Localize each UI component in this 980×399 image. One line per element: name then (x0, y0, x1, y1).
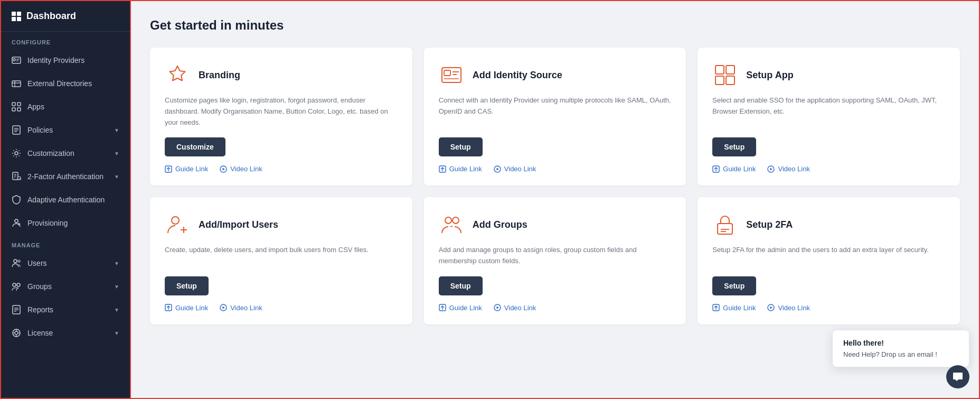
card-header: Branding (165, 62, 398, 88)
license-icon (12, 328, 21, 338)
svg-point-15 (15, 152, 18, 155)
sidebar-title: Dashboard (26, 11, 76, 22)
svg-rect-7 (12, 103, 15, 106)
setup-button[interactable]: Setup (712, 276, 756, 295)
video-link[interactable]: Video Link (220, 165, 262, 173)
setup-button[interactable]: Setup (712, 137, 756, 156)
add-user-icon (165, 212, 190, 237)
policy-icon (12, 125, 21, 135)
svg-point-25 (14, 259, 17, 263)
card-links: Guide Link Video Link (165, 165, 398, 173)
card-desc: Connect with an Identity Provider using … (439, 95, 672, 128)
sidebar-item-identity-providers[interactable]: Identity Providers (1, 49, 130, 72)
setup-button[interactable]: Setup (439, 137, 483, 156)
video-link[interactable]: Video Link (494, 165, 536, 173)
svg-rect-54 (715, 76, 724, 85)
guide-link[interactable]: Guide Link (439, 304, 482, 312)
reports-icon (12, 305, 21, 314)
svg-rect-4 (12, 81, 21, 87)
customize-button[interactable]: Customize (165, 137, 225, 156)
chat-button[interactable] (946, 365, 969, 388)
svg-marker-42 (223, 168, 225, 170)
sidebar-item-groups[interactable]: Groups ▼ (1, 275, 130, 298)
guide-link[interactable]: Guide Link (165, 165, 208, 173)
svg-rect-55 (726, 76, 734, 85)
svg-marker-79 (770, 307, 773, 309)
card-header: Setup 2FA (712, 212, 945, 237)
svg-point-27 (13, 283, 16, 286)
guide-link[interactable]: Guide Link (439, 165, 482, 173)
sidebar-item-label: Users (27, 259, 47, 267)
apps-icon (12, 102, 21, 112)
sidebar-item-provisioning[interactable]: Provisioning (1, 211, 130, 235)
configure-section-label: Configure (1, 32, 130, 49)
video-link[interactable]: Video Link (220, 304, 262, 312)
card-links: Guide Link Video Link (712, 304, 945, 312)
prov-icon (12, 218, 21, 228)
svg-rect-52 (715, 66, 724, 74)
card-desc: Setup 2FA for the admin and the users to… (712, 245, 945, 267)
sidebar-item-customization[interactable]: Customization ▼ (1, 142, 130, 165)
sidebar-item-apps[interactable]: Apps (1, 95, 130, 118)
svg-marker-66 (223, 307, 225, 309)
chat-popup: Hello there! Need Help? Drop us an email… (832, 330, 969, 367)
star-icon (165, 62, 190, 88)
svg-marker-51 (496, 168, 499, 170)
card-desc: Customize pages like login, registration… (165, 95, 398, 128)
card-setup-app: Setup App Select and enable SSO for the … (698, 48, 960, 185)
svg-rect-53 (726, 66, 734, 74)
chevron-down-icon: ▼ (114, 174, 119, 180)
sidebar-item-label: Provisioning (27, 219, 68, 227)
setup-button[interactable]: Setup (439, 276, 483, 295)
chevron-down-icon: ▼ (114, 284, 119, 290)
svg-rect-44 (444, 70, 450, 76)
svg-point-22 (15, 219, 18, 222)
sidebar-item-label: 2-Factor Authentication (27, 172, 103, 181)
video-link[interactable]: Video Link (494, 304, 536, 312)
svg-point-28 (17, 283, 20, 286)
sidebar: Dashboard Configure Identity Providers E… (0, 0, 131, 399)
sidebar-item-2fa[interactable]: 123 2-Factor Authentication ▼ (1, 165, 130, 188)
guide-link[interactable]: Guide Link (165, 304, 208, 312)
card-desc: Create, update, delete users, and import… (165, 245, 398, 267)
svg-point-60 (172, 217, 179, 224)
directory-icon (12, 79, 21, 88)
sidebar-item-reports[interactable]: Reports ▼ (1, 298, 130, 321)
svg-marker-59 (770, 168, 773, 170)
video-link[interactable]: Video Link (767, 165, 809, 173)
svg-marker-72 (496, 307, 499, 309)
sidebar-item-label: Reports (27, 305, 53, 314)
custom-icon (12, 149, 21, 158)
card-title: Add/Import Users (199, 219, 278, 230)
sidebar-item-policies[interactable]: Policies ▼ (1, 118, 130, 142)
sidebar-item-external-directories[interactable]: External Directories (1, 72, 130, 95)
sidebar-item-adaptive-auth[interactable]: Adaptive Authentication (1, 188, 130, 211)
svg-rect-73 (718, 224, 732, 234)
card-add-groups: Add Groups Add and manage groups to assi… (424, 197, 686, 324)
card-add-users: Add/Import Users Create, update, delete … (150, 197, 412, 324)
svg-point-34 (15, 331, 18, 335)
sidebar-item-label: Adaptive Authentication (27, 196, 105, 204)
chevron-down-icon: ▼ (114, 127, 119, 133)
id-source-icon (439, 62, 464, 88)
card-header: Add/Import Users (165, 212, 398, 237)
card-desc: Select and enable SSO for the applicatio… (712, 95, 945, 128)
guide-link[interactable]: Guide Link (712, 165, 756, 173)
sidebar-item-users[interactable]: Users ▼ (1, 252, 130, 275)
svg-point-68 (453, 217, 459, 224)
sidebar-header[interactable]: Dashboard (1, 1, 130, 32)
card-header: Setup App (712, 62, 945, 88)
chat-help: Need Help? Drop us an email ! (843, 350, 958, 358)
sidebar-item-label: Groups (27, 282, 52, 291)
svg-point-67 (445, 217, 451, 224)
video-link[interactable]: Video Link (767, 304, 809, 312)
twofa-icon: 123 (12, 172, 21, 181)
sidebar-item-label: License (27, 329, 53, 337)
card-title: Add Groups (473, 219, 527, 230)
sidebar-item-license[interactable]: License ▼ (1, 321, 130, 345)
groups-icon (12, 282, 21, 291)
guide-link[interactable]: Guide Link (712, 304, 756, 312)
card-title: Setup App (746, 70, 793, 81)
setup-button[interactable]: Setup (165, 276, 209, 295)
users-icon (12, 258, 21, 268)
